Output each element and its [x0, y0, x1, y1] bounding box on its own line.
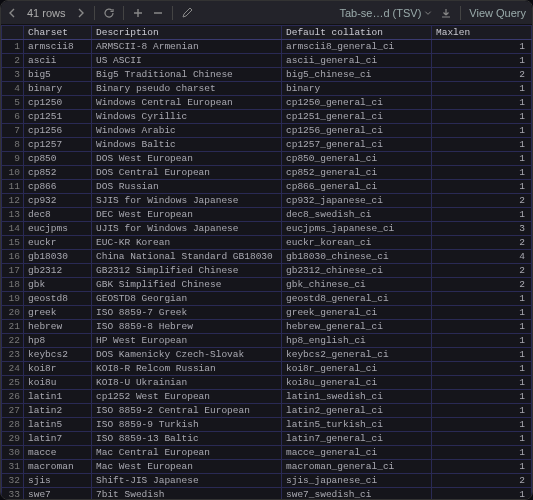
cell-charset[interactable]: macce [24, 446, 92, 460]
cell-collation[interactable]: gb18030_chinese_ci [282, 250, 432, 264]
cell-maxlen[interactable]: 3 [432, 222, 532, 236]
edit-button[interactable] [181, 7, 193, 19]
cell-charset[interactable]: latin2 [24, 404, 92, 418]
cell-description[interactable]: EUC-KR Korean [92, 236, 282, 250]
cell-maxlen[interactable]: 1 [432, 152, 532, 166]
cell-description[interactable]: SJIS for Windows Japanese [92, 194, 282, 208]
cell-maxlen[interactable]: 1 [432, 40, 532, 54]
cell-maxlen[interactable]: 2 [432, 236, 532, 250]
cell-maxlen[interactable]: 4 [432, 250, 532, 264]
cell-collation[interactable]: cp1250_general_ci [282, 96, 432, 110]
cell-maxlen[interactable]: 1 [432, 446, 532, 460]
cell-charset[interactable]: hebrew [24, 320, 92, 334]
cell-maxlen[interactable]: 1 [432, 432, 532, 446]
table-row[interactable]: 18gbkGBK Simplified Chinesegbk_chinese_c… [2, 278, 532, 292]
cell-collation[interactable]: euckr_korean_ci [282, 236, 432, 250]
cell-maxlen[interactable]: 1 [432, 390, 532, 404]
cell-maxlen[interactable]: 1 [432, 82, 532, 96]
cell-charset[interactable]: koi8r [24, 362, 92, 376]
refresh-button[interactable] [103, 7, 115, 19]
cell-charset[interactable]: eucjpms [24, 222, 92, 236]
table-row[interactable]: 12cp932SJIS for Windows Japanesecp932_ja… [2, 194, 532, 208]
results-grid[interactable]: Charset Description Default collation Ma… [1, 25, 532, 500]
cell-charset[interactable]: hp8 [24, 334, 92, 348]
cell-collation[interactable]: greek_general_ci [282, 306, 432, 320]
cell-charset[interactable]: cp1256 [24, 124, 92, 138]
cell-charset[interactable]: cp852 [24, 166, 92, 180]
cell-maxlen[interactable]: 1 [432, 96, 532, 110]
table-row[interactable]: 10cp852DOS Central Europeancp852_general… [2, 166, 532, 180]
col-header-collation[interactable]: Default collation [282, 26, 432, 40]
table-row[interactable]: 11cp866DOS Russiancp866_general_ci1 [2, 180, 532, 194]
table-row[interactable]: 24koi8rKOI8-R Relcom Russiankoi8r_genera… [2, 362, 532, 376]
cell-charset[interactable]: gb18030 [24, 250, 92, 264]
table-row[interactable]: 15euckrEUC-KR Koreaneuckr_korean_ci2 [2, 236, 532, 250]
col-header-maxlen[interactable]: Maxlen [432, 26, 532, 40]
cell-description[interactable]: Mac Central European [92, 446, 282, 460]
cell-collation[interactable]: hebrew_general_ci [282, 320, 432, 334]
cell-description[interactable]: GB2312 Simplified Chinese [92, 264, 282, 278]
prev-page-button[interactable] [7, 7, 19, 19]
cell-maxlen[interactable]: 2 [432, 278, 532, 292]
cell-collation[interactable]: latin1_swedish_ci [282, 390, 432, 404]
cell-description[interactable]: DOS Kamenicky Czech-Slovak [92, 348, 282, 362]
cell-description[interactable]: ISO 8859-2 Central European [92, 404, 282, 418]
cell-description[interactable]: Mac West European [92, 460, 282, 474]
cell-description[interactable]: China National Standard GB18030 [92, 250, 282, 264]
cell-description[interactable]: ISO 8859-9 Turkish [92, 418, 282, 432]
cell-charset[interactable]: binary [24, 82, 92, 96]
cell-maxlen[interactable]: 1 [432, 54, 532, 68]
table-row[interactable]: 30macceMac Central Europeanmacce_general… [2, 446, 532, 460]
cell-charset[interactable]: armscii8 [24, 40, 92, 54]
cell-collation[interactable]: binary [282, 82, 432, 96]
view-query-button[interactable]: View Query [469, 7, 526, 19]
cell-collation[interactable]: cp1256_general_ci [282, 124, 432, 138]
table-row[interactable]: 7cp1256Windows Arabiccp1256_general_ci1 [2, 124, 532, 138]
cell-description[interactable]: US ASCII [92, 54, 282, 68]
cell-collation[interactable]: hp8_english_ci [282, 334, 432, 348]
table-row[interactable]: 2asciiUS ASCIIascii_general_ci1 [2, 54, 532, 68]
cell-maxlen[interactable]: 1 [432, 138, 532, 152]
table-row[interactable]: 6cp1251Windows Cyrilliccp1251_general_ci… [2, 110, 532, 124]
cell-collation[interactable]: cp852_general_ci [282, 166, 432, 180]
cell-collation[interactable]: geostd8_general_ci [282, 292, 432, 306]
cell-charset[interactable]: cp932 [24, 194, 92, 208]
cell-description[interactable]: 7bit Swedish [92, 488, 282, 501]
cell-maxlen[interactable]: 1 [432, 306, 532, 320]
table-row[interactable]: 1armscii8ARMSCII-8 Armenianarmscii8_gene… [2, 40, 532, 54]
export-format-button[interactable]: Tab-se…d (TSV) [339, 7, 432, 19]
cell-description[interactable]: Windows Arabic [92, 124, 282, 138]
cell-maxlen[interactable]: 2 [432, 474, 532, 488]
download-button[interactable] [440, 7, 452, 19]
cell-description[interactable]: GBK Simplified Chinese [92, 278, 282, 292]
cell-collation[interactable]: gbk_chinese_ci [282, 278, 432, 292]
cell-maxlen[interactable]: 1 [432, 362, 532, 376]
cell-maxlen[interactable]: 2 [432, 264, 532, 278]
table-row[interactable]: 33swe77bit Swedishswe7_swedish_ci1 [2, 488, 532, 501]
cell-maxlen[interactable]: 1 [432, 460, 532, 474]
cell-maxlen[interactable]: 1 [432, 404, 532, 418]
cell-charset[interactable]: latin5 [24, 418, 92, 432]
table-row[interactable]: 28latin5ISO 8859-9 Turkishlatin5_turkish… [2, 418, 532, 432]
cell-collation[interactable]: koi8r_general_ci [282, 362, 432, 376]
cell-charset[interactable]: euckr [24, 236, 92, 250]
cell-collation[interactable]: cp932_japanese_ci [282, 194, 432, 208]
cell-collation[interactable]: macroman_general_ci [282, 460, 432, 474]
cell-charset[interactable]: latin7 [24, 432, 92, 446]
cell-charset[interactable]: sjis [24, 474, 92, 488]
cell-maxlen[interactable]: 2 [432, 194, 532, 208]
table-row[interactable]: 17gb2312GB2312 Simplified Chinesegb2312_… [2, 264, 532, 278]
table-row[interactable]: 9cp850DOS West Europeancp850_general_ci1 [2, 152, 532, 166]
cell-description[interactable]: KOI8-R Relcom Russian [92, 362, 282, 376]
cell-description[interactable]: DEC West European [92, 208, 282, 222]
cell-collation[interactable]: swe7_swedish_ci [282, 488, 432, 501]
table-row[interactable]: 22hp8HP West Europeanhp8_english_ci1 [2, 334, 532, 348]
cell-description[interactable]: GEOSTD8 Georgian [92, 292, 282, 306]
cell-collation[interactable]: dec8_swedish_ci [282, 208, 432, 222]
table-row[interactable]: 20greekISO 8859-7 Greekgreek_general_ci1 [2, 306, 532, 320]
col-header-charset[interactable]: Charset [24, 26, 92, 40]
cell-charset[interactable]: ascii [24, 54, 92, 68]
cell-maxlen[interactable]: 2 [432, 68, 532, 82]
cell-collation[interactable]: eucjpms_japanese_ci [282, 222, 432, 236]
cell-collation[interactable]: big5_chinese_ci [282, 68, 432, 82]
